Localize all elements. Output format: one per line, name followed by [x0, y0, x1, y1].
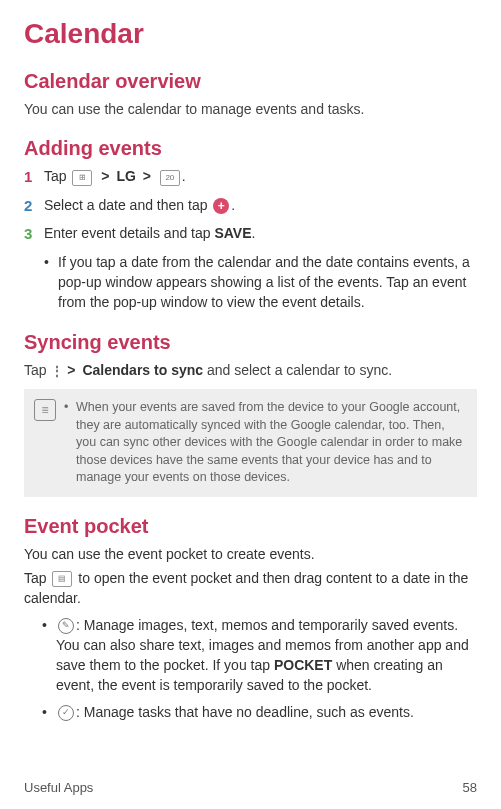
save-label: SAVE — [214, 225, 251, 241]
step-3: 3 Enter event details and tap SAVE. — [24, 223, 477, 246]
step-body: Tap ⊞ > LG > 20. — [44, 166, 477, 187]
list-item: • ✎: Manage images, text, memos and temp… — [42, 615, 477, 696]
list-item: • ✓: Manage tasks that have no deadline,… — [42, 702, 477, 722]
task-circle-icon: ✓ — [58, 705, 74, 721]
step-body: Select a date and then tap +. — [44, 195, 477, 216]
plus-icon: + — [213, 198, 229, 214]
apps-icon: ⊞ — [72, 170, 92, 186]
step-1: 1 Tap ⊞ > LG > 20. — [24, 166, 477, 189]
pocket-list: • ✎: Manage images, text, memos and temp… — [42, 615, 477, 722]
calendars-to-sync-label: Calendars to sync — [82, 362, 203, 378]
page-title: Calendar — [24, 18, 477, 50]
separator: > — [67, 362, 75, 378]
step-number: 3 — [24, 223, 44, 246]
step-number: 1 — [24, 166, 44, 189]
text: Select a date and then tap — [44, 197, 207, 213]
calendar-icon: 20 — [160, 170, 180, 186]
syncing-text: Tap ⋮ > Calendars to sync and select a c… — [24, 360, 477, 381]
step-number: 2 — [24, 195, 44, 218]
bullet: • — [42, 615, 56, 635]
text: ✎: Manage images, text, memos and tempor… — [56, 615, 477, 696]
page-number: 58 — [463, 780, 477, 795]
note-icon: ≡ — [34, 399, 56, 421]
overview-text: You can use the calendar to manage event… — [24, 99, 477, 119]
text: : Manage tasks that have no deadline, su… — [76, 704, 414, 720]
text: . — [231, 197, 235, 213]
step-body: Enter event details and tap SAVE. — [44, 223, 477, 244]
pocket-intro-2: Tap ▤ to open the event pocket and then … — [24, 568, 477, 609]
drawer-icon: ▤ — [52, 571, 72, 587]
text: Enter event details and tap — [44, 225, 214, 241]
bullet: • — [44, 252, 58, 272]
bullet: • — [42, 702, 56, 722]
adding-heading: Adding events — [24, 137, 477, 160]
adding-steps: 1 Tap ⊞ > LG > 20. 2 Select a date and t… — [24, 166, 477, 246]
footer: Useful Apps 58 — [24, 780, 477, 795]
text: Tap — [44, 168, 67, 184]
text: . — [182, 168, 186, 184]
step-2: 2 Select a date and then tap +. — [24, 195, 477, 218]
text: Tap — [24, 570, 47, 586]
pocket-intro: You can use the event pocket to create e… — [24, 544, 477, 564]
text: to open the event pocket and then drag c… — [24, 570, 468, 606]
separator: > — [143, 168, 151, 184]
lg-label: LG — [116, 168, 135, 184]
text: When your events are saved from the devi… — [76, 399, 467, 487]
separator: > — [101, 168, 109, 184]
pocket-label: POCKET — [274, 657, 332, 673]
text: If you tap a date from the calendar and … — [58, 252, 477, 313]
text: Tap — [24, 362, 47, 378]
text: and select a calendar to sync. — [203, 362, 392, 378]
pocket-circle-icon: ✎ — [58, 618, 74, 634]
bullet: • — [64, 399, 76, 487]
note-content: • When your events are saved from the de… — [64, 399, 467, 487]
text: . — [252, 225, 256, 241]
list-item: • If you tap a date from the calendar an… — [44, 252, 477, 313]
more-icon: ⋮ — [50, 361, 60, 381]
footer-left: Useful Apps — [24, 780, 93, 795]
overview-heading: Calendar overview — [24, 70, 477, 93]
syncing-heading: Syncing events — [24, 331, 477, 354]
note-box: ≡ • When your events are saved from the … — [24, 389, 477, 497]
text: ✓: Manage tasks that have no deadline, s… — [56, 702, 477, 722]
adding-notes: • If you tap a date from the calendar an… — [44, 252, 477, 313]
pocket-heading: Event pocket — [24, 515, 477, 538]
